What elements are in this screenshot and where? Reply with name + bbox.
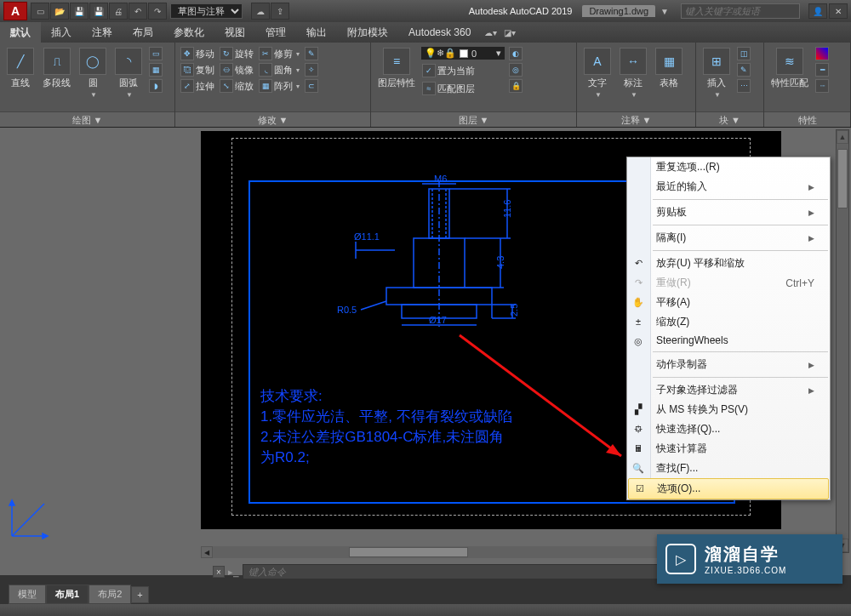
panel-modify-title[interactable]: 修改 ▼	[175, 111, 370, 127]
search-input[interactable]	[681, 3, 800, 19]
hatch-icon[interactable]: ▦	[147, 62, 164, 77]
app-logo[interactable]: A	[3, 2, 27, 20]
cmd-close-icon[interactable]: ×	[213, 566, 225, 578]
ctx-undo[interactable]: ↶放弃(U) 平移和缩放	[627, 254, 830, 273]
ctx-find[interactable]: 🔍查找(F)...	[627, 459, 830, 478]
qat-saveas-icon[interactable]: 💾	[89, 3, 108, 20]
circle-button[interactable]: ◯圆▼	[76, 46, 110, 100]
set-current-button[interactable]: ✓置为当前	[420, 63, 505, 78]
ctx-recent[interactable]: 最近的输入▶	[627, 177, 830, 197]
qat-undo-icon[interactable]: ↶	[129, 3, 147, 20]
tabs-more-icon[interactable]: ☁▾	[484, 28, 497, 37]
copy-button[interactable]: ⿻复制	[179, 62, 216, 77]
find-icon: 🔍	[631, 461, 645, 475]
tab-add-icon[interactable]: +	[131, 586, 148, 603]
document-tab[interactable]: Drawing1.dwg	[582, 5, 655, 17]
ctx-zoom[interactable]: ±缩放(Z)	[627, 312, 830, 332]
fillet-button[interactable]: ◟圆角▾	[257, 62, 301, 77]
rect-icon[interactable]: ▭	[147, 46, 164, 61]
tabs-overflow-icon[interactable]: ◪▾	[504, 28, 516, 37]
tab-a360[interactable]: Autodesk 360	[398, 23, 481, 42]
qat-print-icon[interactable]: 🖨	[109, 3, 128, 20]
tab-output[interactable]: 输出	[296, 22, 337, 43]
panel-layers-title[interactable]: 图层 ▼	[371, 111, 576, 127]
move-button[interactable]: ✥移动	[179, 46, 216, 61]
layer-iso-icon[interactable]: ◐	[507, 46, 524, 61]
tab-annotate[interactable]: 注释	[82, 22, 123, 43]
scroll-up-icon[interactable]: ▲	[837, 130, 848, 144]
match-layer-button[interactable]: ≈匹配图层	[420, 81, 505, 96]
steering-icon: ◎	[631, 334, 645, 348]
scroll-left-icon[interactable]: ◀	[201, 546, 213, 558]
ctx-options[interactable]: ☑选项(O)...	[628, 478, 829, 499]
tab-insert[interactable]: 插入	[41, 22, 82, 43]
match-props-button[interactable]: ≋特性匹配	[768, 46, 812, 91]
vertical-scrollbar[interactable]: ▲ ▼	[836, 129, 849, 553]
edit-block-icon[interactable]: ✎	[735, 62, 752, 77]
ctx-action-rec[interactable]: 动作录制器▶	[627, 355, 830, 374]
ctx-pan[interactable]: ✋平移(A)	[627, 293, 830, 312]
layer-off-icon[interactable]: ◎	[507, 62, 524, 77]
lweight-icon[interactable]: ━	[814, 62, 831, 77]
panel-draw-title[interactable]: 绘图 ▼	[0, 111, 174, 127]
ctx-isolate[interactable]: 隔离(I)▶	[627, 228, 830, 248]
layer-props-button[interactable]: ≡图层特性	[374, 46, 419, 91]
tab-layout[interactable]: 布局	[123, 22, 163, 43]
rotate-button[interactable]: ↻旋转	[218, 46, 255, 61]
tab-manage[interactable]: 管理	[255, 22, 296, 43]
qat-save-icon[interactable]: 💾	[70, 3, 89, 20]
ctx-subfilter[interactable]: 子对象选择过滤器▶	[627, 380, 830, 400]
qat-cloud-icon[interactable]: ☁	[251, 3, 270, 20]
ltype-icon[interactable]: ┈	[814, 78, 831, 94]
erase-icon[interactable]: ✎	[303, 46, 320, 61]
panel-block-title[interactable]: 块 ▼	[696, 111, 763, 127]
mirror-button[interactable]: ⦵镜像	[218, 62, 255, 77]
ctx-steering[interactable]: ◎SteeringWheels	[627, 332, 830, 349]
panel-props-title[interactable]: 特性	[764, 111, 850, 127]
ctx-msps[interactable]: ▞从 MS 转换为 PS(V)	[627, 400, 830, 419]
dim-button[interactable]: ↔标注▼	[616, 46, 650, 100]
tab-layout1[interactable]: 布局1	[46, 585, 89, 604]
offset-icon[interactable]: ⊂	[303, 78, 320, 94]
explode-icon[interactable]: ✧	[303, 62, 320, 77]
polyline-button[interactable]: ⎍多段线	[39, 46, 74, 91]
ctx-repeat[interactable]: 重复选项...(R)	[627, 157, 830, 177]
exchange-icon[interactable]: ✕	[829, 3, 848, 19]
attr-block-icon[interactable]: ⋯	[735, 78, 752, 94]
tab-model[interactable]: 模型	[9, 585, 46, 604]
stretch-button[interactable]: ⤢拉伸	[179, 78, 216, 94]
layer-lock-icon[interactable]: 🔒	[507, 78, 524, 94]
create-block-icon[interactable]: ◫	[735, 46, 752, 61]
arc-button[interactable]: ◝圆弧▼	[111, 46, 146, 100]
array-button[interactable]: ▦阵列▾	[257, 78, 301, 94]
ctx-qselect[interactable]: ⯐快速选择(Q)...	[627, 419, 830, 439]
tab-default[interactable]: 默认	[0, 22, 41, 43]
tab-layout2[interactable]: 布局2	[89, 585, 131, 604]
workspace-selector[interactable]: 草图与注释	[170, 3, 243, 19]
tab-view[interactable]: 视图	[214, 22, 255, 43]
chevron-down-icon[interactable]: ▼	[660, 7, 669, 16]
context-menu: 重复选项...(R) 最近的输入▶ 剪贴板▶ 隔离(I)▶ ↶放弃(U) 平移和…	[626, 157, 831, 500]
ellipse-icon[interactable]: ◗	[147, 78, 164, 94]
signin-icon[interactable]: 👤	[808, 3, 827, 19]
qat-share-icon[interactable]: ⇪	[271, 3, 289, 20]
hscroll-thumb[interactable]	[349, 547, 468, 557]
ctx-qcalc[interactable]: 🖩快速计算器	[627, 439, 830, 459]
layer-selector[interactable]: 💡❄🔒0▾	[420, 46, 505, 60]
panel-annotate-title[interactable]: 注释 ▼	[577, 111, 695, 127]
text-button[interactable]: A文字▼	[580, 46, 614, 100]
line-button[interactable]: ╱直线	[3, 46, 37, 91]
tab-parametric[interactable]: 参数化	[163, 22, 214, 43]
ctx-clipboard[interactable]: 剪贴板▶	[627, 202, 830, 222]
trim-button[interactable]: ✂修剪▾	[257, 46, 301, 61]
tab-addins[interactable]: 附加模块	[337, 22, 398, 43]
ucs-icon	[7, 495, 53, 541]
qat-open-icon[interactable]: 📂	[50, 3, 69, 20]
qat-new-icon[interactable]: ▭	[31, 3, 49, 20]
color-icon[interactable]	[814, 46, 831, 61]
qat-redo-icon[interactable]: ↷	[148, 3, 167, 20]
scale-button[interactable]: ⤡缩放	[218, 78, 255, 94]
insert-button[interactable]: ⊞插入▼	[700, 46, 734, 100]
table-button[interactable]: ▦表格	[652, 46, 686, 91]
vscroll-thumb[interactable]	[837, 149, 848, 208]
